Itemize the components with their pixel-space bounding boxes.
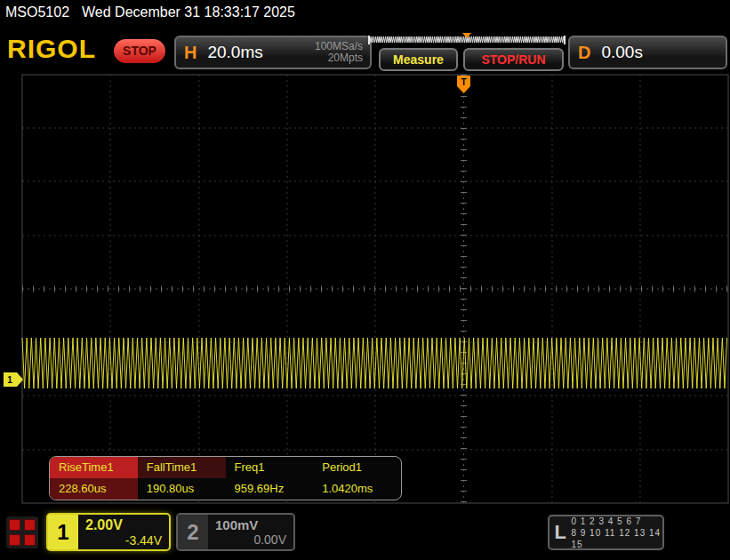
- red-square-icon: [9, 534, 20, 546]
- channel2-scale: 100mV: [215, 517, 286, 532]
- red-square-icon: [9, 519, 20, 531]
- channel1-status[interactable]: 1 2.00V -3.44V: [46, 513, 171, 551]
- oscilloscope-screen: MSO5102Wed December 31 18:33:17 2025 RIG…: [0, 0, 730, 560]
- digital-channels-status[interactable]: L 0 1 2 3 4 5 6 7 8 9 10 11 12 13 14 15: [548, 515, 664, 550]
- measurement-panel[interactable]: RiseTime1 228.60us FallTime1 190.80us Fr…: [49, 456, 402, 500]
- digital-label: L: [550, 516, 571, 548]
- channel1-scale: 2.00V: [85, 517, 162, 533]
- measurement-value: 190.80us: [138, 478, 226, 500]
- measurement-period[interactable]: Period1 1.0420ms: [313, 457, 401, 500]
- channel2-values: 100mV 0.00V: [208, 515, 293, 549]
- measurement-name: FallTime1: [138, 457, 226, 478]
- channel1-values: 2.00V -3.44V: [78, 515, 169, 549]
- measurement-freq[interactable]: Freq1 959.69Hz: [226, 457, 314, 500]
- measurement-name: Period1: [313, 457, 401, 478]
- digital-row1: 0 1 2 3 4 5 6 7: [571, 516, 662, 527]
- ch1-marker-number: 1: [7, 375, 12, 385]
- trigger-marker-letter: T: [461, 77, 466, 87]
- measurement-falltime[interactable]: FallTime1 190.80us: [138, 457, 226, 500]
- digital-channel-list: 0 1 2 3 4 5 6 7 8 9 10 11 12 13 14 15: [571, 516, 662, 548]
- channel2-offset: 0.00V: [253, 532, 286, 547]
- app-menu-icon[interactable]: [6, 516, 38, 548]
- measurement-name: RiseTime1: [50, 457, 138, 478]
- channel2-status[interactable]: 2 100mV 0.00V: [176, 513, 295, 551]
- measurement-value: 228.60us: [50, 478, 138, 500]
- measurement-risetime[interactable]: RiseTime1 228.60us: [50, 457, 138, 500]
- ch1-waveform-trace: [22, 338, 727, 388]
- ch1-ground-marker[interactable]: 1: [4, 372, 23, 387]
- channel1-offset: -3.44V: [125, 533, 162, 548]
- measurement-name: Freq1: [226, 457, 314, 478]
- red-square-icon: [24, 519, 36, 531]
- measurement-value: 1.0420ms: [313, 478, 401, 500]
- channel2-number[interactable]: 2: [178, 515, 208, 549]
- digital-row2: 8 9 10 11 12 13 14 15: [571, 527, 662, 550]
- red-square-icon: [24, 534, 36, 546]
- channel1-number[interactable]: 1: [48, 515, 78, 549]
- trigger-position-marker[interactable]: T: [457, 76, 470, 93]
- measurement-value: 959.69Hz: [226, 478, 314, 500]
